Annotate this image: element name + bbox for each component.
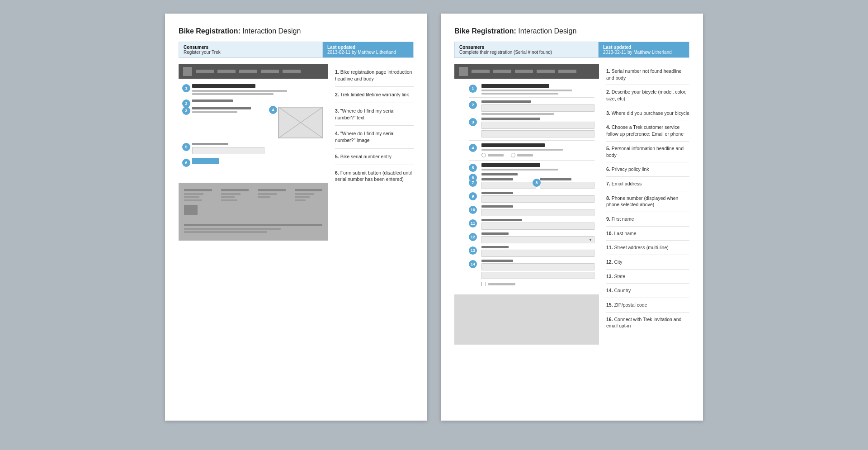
radio-phone[interactable] xyxy=(511,153,515,157)
right-meta-section: Consumers Complete their registration (S… xyxy=(455,42,599,57)
rform-input-14[interactable] xyxy=(481,263,594,270)
left-wireframe-wrap: 1 2 3 xyxy=(179,64,328,241)
wf-image-svg xyxy=(278,107,323,138)
wf-footer-inner xyxy=(179,183,328,241)
wf-nav-item3 xyxy=(239,70,257,73)
wf-logo-right xyxy=(459,67,468,76)
wf-image-4 xyxy=(278,107,323,138)
rform-input-2[interactable] xyxy=(481,104,594,112)
badge-3: 3 xyxy=(182,107,190,115)
rform-row-check xyxy=(469,282,594,286)
radio-email[interactable] xyxy=(481,153,486,157)
right-consumers-value: Complete their registration (Serial # no… xyxy=(459,50,594,55)
right-panel: Bike Registration: Interaction Design Co… xyxy=(441,14,703,421)
right-note-11: 11. Street address (multi-line) xyxy=(606,241,689,255)
wf-line-1a xyxy=(192,90,287,92)
wf-logo xyxy=(183,67,192,76)
wf-rnav-2 xyxy=(493,70,511,73)
wf-footer-col5 xyxy=(184,224,322,234)
rform-row-10: 10 xyxy=(469,205,594,216)
right-consumers-label: Consumers xyxy=(459,45,594,50)
wf-nav-item1 xyxy=(196,70,214,73)
rform-header-4 xyxy=(481,143,545,147)
wf-footer-sline12 xyxy=(184,228,281,230)
right-note-4: 4. Choose a Trek customer service follow… xyxy=(606,120,689,141)
wf-footer-box xyxy=(184,205,198,215)
wf-link-2 xyxy=(192,99,233,102)
rform-divider-2 xyxy=(469,140,594,141)
wf-footer-col2 xyxy=(221,189,249,215)
right-note-9: 9. First name xyxy=(606,212,689,227)
rform-line-1a xyxy=(481,90,572,91)
left-note-6: 6. Form submit button (disabled until se… xyxy=(335,165,414,187)
left-note-2: 2. Trek limited lifetime warranty link xyxy=(335,87,414,103)
wf-input-5[interactable] xyxy=(192,147,264,154)
rform-input-11[interactable] xyxy=(481,223,594,230)
rform-row-1: 1 xyxy=(469,84,594,95)
left-updated-value: 2013-02-11 by Matthew Litherland xyxy=(327,50,409,55)
rform-checkbox-16[interactable] xyxy=(481,282,486,286)
rform-input-14b[interactable] xyxy=(481,272,594,279)
rform-row-13: 13 xyxy=(469,246,594,257)
wf-footer-sline11 xyxy=(295,199,306,201)
right-note-13: 13. State xyxy=(606,270,689,284)
right-updated-value: 2013-02-11 by Matthew Litherland xyxy=(603,50,684,55)
left-meta-section: Consumers Register your Trek xyxy=(179,42,323,57)
left-wireframe: 1 2 3 xyxy=(179,64,328,241)
rform-col-8: 8 xyxy=(540,178,594,189)
left-note-1: 1. Bike registration page introduction h… xyxy=(335,64,414,87)
rform-input-9[interactable] xyxy=(481,195,594,203)
rform-row-12: 12 ▼ xyxy=(469,232,594,243)
right-note-12: 12. City xyxy=(606,255,689,270)
wf-footer-line1 xyxy=(184,189,212,191)
wf-footer-sline5 xyxy=(221,196,235,198)
wf-footer-sline13 xyxy=(184,231,267,233)
right-note-8: 8. Phone number (displayed when phone se… xyxy=(606,191,689,212)
rform-input-10[interactable] xyxy=(481,209,594,216)
rform-row-3: 3 xyxy=(469,118,594,137)
left-meta-bar: Consumers Register your Trek Last update… xyxy=(179,42,414,58)
rbadge-9: 9 xyxy=(469,192,477,200)
rform-row-11: 11 xyxy=(469,219,594,230)
wf-line-1b xyxy=(192,93,274,95)
wf-rnav-1 xyxy=(472,70,490,73)
wf-row-5: 5 xyxy=(192,143,323,154)
wf-footer-col1 xyxy=(184,189,212,215)
wf-footer-line5 xyxy=(184,224,322,226)
rform-input-7[interactable] xyxy=(481,182,536,189)
badge-6: 6 xyxy=(182,159,190,167)
right-meta-bar: Consumers Complete their registration (S… xyxy=(454,42,689,58)
wf-footer-line4 xyxy=(295,189,323,191)
rform-input-3b[interactable] xyxy=(481,130,594,137)
rform-line-4 xyxy=(481,149,563,151)
rform-row-2: 2 xyxy=(469,100,594,115)
rform-row-4: 4 xyxy=(469,143,594,157)
rbadge-7: 7 xyxy=(469,179,477,187)
right-wireframe: 1 2 3 xyxy=(454,64,599,345)
rbadge-4: 4 xyxy=(469,144,477,152)
rform-input-13[interactable] xyxy=(481,250,594,257)
left-note-3: 3. "Where do I find my serial number?" t… xyxy=(335,103,414,126)
rform-radio-4a xyxy=(481,153,504,157)
rform-radios-4 xyxy=(481,153,594,157)
rform-col-7 xyxy=(481,178,536,189)
wf-footer-left xyxy=(179,183,328,241)
rform-divider-3 xyxy=(469,160,594,161)
left-consumers-label: Consumers xyxy=(184,45,318,50)
left-note-5: 5. Bike serial number entry xyxy=(335,149,414,165)
rform-select-12[interactable]: ▼ xyxy=(481,236,594,243)
rbadge-2: 2 xyxy=(469,101,477,109)
rform-input-3[interactable] xyxy=(481,122,594,129)
rform-row-5: 5 xyxy=(469,163,594,171)
wf-line-3 xyxy=(192,111,237,113)
wf-text-3 xyxy=(192,107,251,109)
wf-button-6[interactable] xyxy=(192,158,219,164)
rform-input-8[interactable] xyxy=(540,182,594,189)
wf-footer-sline2 xyxy=(184,196,199,198)
right-note-2: 2. Describe your bicycle (model, color, … xyxy=(606,85,689,106)
rform-row-6: 6 xyxy=(469,173,594,175)
rform-row-9: 9 xyxy=(469,192,594,203)
rform-line-2 xyxy=(481,113,554,115)
wf-footer-line2 xyxy=(221,189,249,191)
wf-row-1: 1 xyxy=(192,84,323,95)
